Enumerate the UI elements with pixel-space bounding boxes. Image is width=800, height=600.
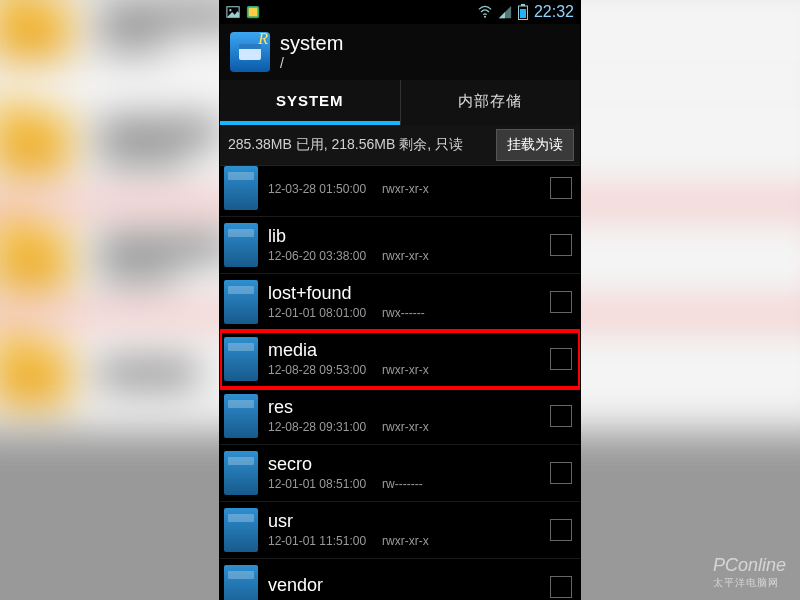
clock: 22:32 bbox=[534, 3, 574, 21]
checkbox[interactable] bbox=[550, 462, 572, 484]
file-name: lost+found bbox=[268, 284, 544, 304]
file-name: lib bbox=[268, 227, 544, 247]
checkbox[interactable] bbox=[550, 576, 572, 598]
file-permissions: rwxr-xr-x bbox=[382, 249, 429, 263]
svg-point-1 bbox=[229, 9, 231, 11]
storage-info-text: 285.38MB 已用, 218.56MB 剩余, 只读 bbox=[220, 128, 496, 162]
list-item[interactable]: media12-08-28 09:53:00rwxr-xr-x bbox=[220, 331, 580, 388]
svg-rect-7 bbox=[520, 9, 526, 18]
file-permissions: rwxr-xr-x bbox=[382, 182, 429, 196]
checkbox[interactable] bbox=[550, 291, 572, 313]
list-item[interactable]: vendor bbox=[220, 559, 580, 600]
watermark-subtext: 太平洋电脑网 bbox=[713, 576, 786, 590]
app-notification-icon bbox=[246, 5, 260, 19]
picture-icon bbox=[226, 5, 240, 19]
list-item[interactable]: lib12-06-20 03:38:00rwxr-xr-x bbox=[220, 217, 580, 274]
file-permissions: rwxr-xr-x bbox=[382, 534, 429, 548]
folder-icon bbox=[224, 394, 258, 438]
tab-bar: SYSTEM 内部存储 bbox=[220, 80, 580, 125]
folder-icon bbox=[224, 451, 258, 495]
breadcrumb: / bbox=[280, 55, 343, 71]
watermark-text: PConline bbox=[713, 555, 786, 575]
file-name: res bbox=[268, 398, 544, 418]
storage-info-row: 285.38MB 已用, 218.56MB 剩余, 只读 挂载为读 bbox=[220, 125, 580, 166]
file-name: secro bbox=[268, 455, 544, 475]
signal-icon bbox=[498, 5, 512, 19]
title-bar: R system / bbox=[220, 24, 580, 80]
list-item[interactable]: usr12-01-01 11:51:00rwxr-xr-x bbox=[220, 502, 580, 559]
file-permissions: rwxr-xr-x bbox=[382, 420, 429, 434]
file-date: 12-01-01 08:51:00 bbox=[268, 477, 366, 491]
file-permissions: rwx------ bbox=[382, 306, 425, 320]
list-item[interactable]: secro12-01-01 08:51:00rw------- bbox=[220, 445, 580, 502]
phone-screen: 22:32 R system / SYSTEM 内部存储 285.38MB 已用… bbox=[220, 0, 580, 600]
checkbox[interactable] bbox=[550, 348, 572, 370]
file-permissions: rw------- bbox=[382, 477, 423, 491]
file-date: 12-01-01 08:01:00 bbox=[268, 306, 366, 320]
checkbox[interactable] bbox=[550, 234, 572, 256]
folder-icon bbox=[224, 280, 258, 324]
folder-icon bbox=[224, 337, 258, 381]
list-item[interactable]: 12-03-28 01:50:00rwxr-xr-x bbox=[220, 166, 580, 217]
app-icon-badge: R bbox=[258, 30, 268, 48]
list-item[interactable]: lost+found12-01-01 08:01:00rwx------ bbox=[220, 274, 580, 331]
file-name: usr bbox=[268, 512, 544, 532]
tab-system[interactable]: SYSTEM bbox=[220, 80, 400, 125]
file-name: media bbox=[268, 341, 544, 361]
file-date: 12-01-01 11:51:00 bbox=[268, 534, 366, 548]
file-date: 12-03-28 01:50:00 bbox=[268, 182, 366, 196]
checkbox[interactable] bbox=[550, 177, 572, 199]
file-date: 12-08-28 09:31:00 bbox=[268, 420, 366, 434]
file-date: 12-06-20 03:38:00 bbox=[268, 249, 366, 263]
folder-icon bbox=[224, 166, 258, 210]
svg-rect-3 bbox=[249, 8, 258, 17]
folder-icon bbox=[224, 508, 258, 552]
file-permissions: rwxr-xr-x bbox=[382, 363, 429, 377]
app-icon[interactable]: R bbox=[230, 32, 270, 72]
checkbox[interactable] bbox=[550, 405, 572, 427]
folder-icon bbox=[224, 223, 258, 267]
watermark: PConline 太平洋电脑网 bbox=[713, 555, 786, 590]
checkbox[interactable] bbox=[550, 519, 572, 541]
page-title: system bbox=[280, 32, 343, 55]
list-item[interactable]: res12-08-28 09:31:00rwxr-xr-x bbox=[220, 388, 580, 445]
wifi-icon bbox=[478, 5, 492, 19]
file-date: 12-08-28 09:53:00 bbox=[268, 363, 366, 377]
battery-icon bbox=[518, 4, 528, 20]
tab-internal-storage[interactable]: 内部存储 bbox=[400, 80, 581, 125]
mount-button[interactable]: 挂载为读 bbox=[496, 129, 574, 161]
file-name: vendor bbox=[268, 576, 544, 596]
status-bar: 22:32 bbox=[220, 0, 580, 24]
file-list[interactable]: 12-03-28 01:50:00rwxr-xr-xlib12-06-20 03… bbox=[220, 166, 580, 600]
svg-point-4 bbox=[484, 16, 486, 18]
folder-icon bbox=[224, 565, 258, 600]
